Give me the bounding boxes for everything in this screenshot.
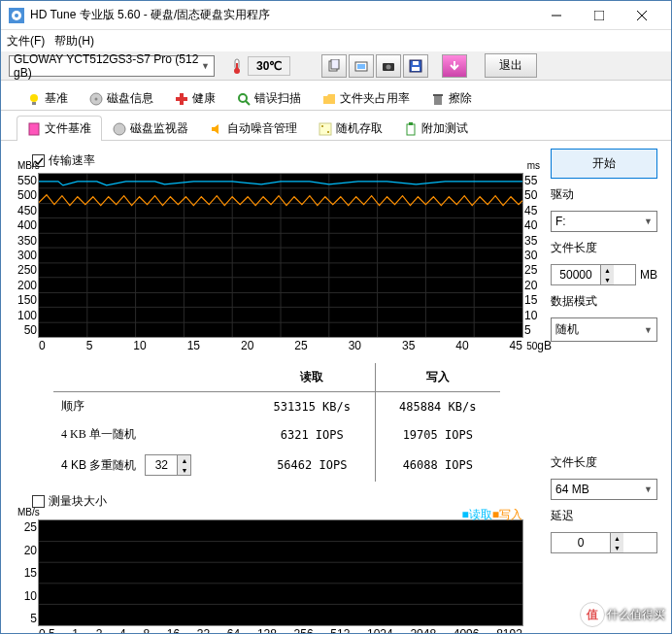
- block-size-chart: MB/s ■读取■写入 252015105 0.5124816326412825…: [38, 519, 523, 626]
- y-unit-right: ms: [527, 160, 540, 171]
- tab-errorscan[interactable]: 错误扫描: [226, 85, 312, 111]
- transfer-rate-chart: MB/s ms 55050045040035030025020015010050…: [38, 173, 523, 338]
- svg-rect-9: [236, 63, 238, 71]
- svg-rect-27: [434, 95, 442, 105]
- tab-benchmark[interactable]: 基准: [17, 85, 79, 111]
- random-icon: [319, 122, 332, 136]
- folder-icon: [322, 92, 336, 106]
- svg-rect-13: [357, 64, 365, 69]
- app-icon: [9, 8, 24, 23]
- table-row: 顺序531315 KB/s485884 KB/s: [53, 392, 500, 421]
- thermometer-icon: [230, 57, 244, 75]
- tab-erase[interactable]: 擦除: [420, 85, 483, 111]
- tab-extra[interactable]: 附加测试: [393, 116, 479, 141]
- file-icon: [27, 122, 41, 136]
- search-icon: [237, 92, 251, 106]
- tab-folder[interactable]: 文件夹占用率: [312, 85, 420, 111]
- file-length-2-select[interactable]: 64 MB▼: [551, 479, 657, 500]
- data-mode-label: 数据模式: [551, 293, 657, 310]
- minimize-button[interactable]: [535, 2, 578, 29]
- col-read: 读取: [250, 363, 375, 392]
- y-unit: MB/s: [17, 160, 40, 171]
- tab-row-top: 基准 磁盘信息 健康 错误扫描 文件夹占用率 擦除: [1, 84, 671, 111]
- svg-rect-18: [413, 61, 419, 65]
- save-button[interactable]: [403, 54, 428, 78]
- close-button[interactable]: [621, 2, 663, 29]
- drive-select-value: GLOWAY YCT512GS3-S7 Pro (512 gB): [14, 52, 201, 80]
- chevron-down-icon: ▼: [644, 484, 653, 494]
- table-row: 4 KB 多重随机 ▲▼ 56462 IOPS46088 IOPS: [53, 449, 500, 482]
- screenshot-button[interactable]: [349, 54, 374, 78]
- svg-rect-17: [412, 67, 420, 71]
- y-unit-2: MB/s: [17, 507, 40, 517]
- svg-point-25: [239, 94, 247, 102]
- side-panel: 开始 驱动 F:▼ 文件长度 ▲▼ MB 数据模式 随机▼ 文件长度 64 MB…: [551, 149, 657, 626]
- start-button[interactable]: 开始: [551, 149, 657, 179]
- data-mode-select[interactable]: 随机▼: [551, 317, 657, 342]
- step-down[interactable]: ▼: [177, 465, 190, 475]
- temperature: 30℃: [230, 56, 290, 76]
- menu-help[interactable]: 帮助(H): [54, 33, 94, 50]
- svg-line-26: [246, 101, 250, 105]
- svg-rect-35: [409, 122, 413, 125]
- tab-monitor[interactable]: 磁盘监视器: [102, 116, 199, 141]
- svg-point-22: [95, 97, 98, 100]
- watermark-icon: 值: [580, 602, 605, 627]
- file-length-stepper[interactable]: ▲▼: [551, 264, 636, 285]
- delay-stepper[interactable]: ▲▼: [551, 532, 657, 553]
- titlebar: HD Tune 专业版 5.60 - 硬盘/固态硬盘实用程序: [1, 1, 671, 30]
- exit-button[interactable]: 退出: [485, 53, 537, 78]
- window-title: HD Tune 专业版 5.60 - 硬盘/固态硬盘实用程序: [30, 7, 535, 23]
- svg-point-2: [15, 14, 18, 17]
- svg-rect-31: [319, 123, 331, 135]
- table-row: 4 KB 单一随机6321 IOPS19705 IOPS: [53, 420, 500, 449]
- copy-button[interactable]: [321, 54, 347, 78]
- disk-icon: [89, 92, 103, 106]
- tab-health[interactable]: 健康: [164, 85, 226, 111]
- svg-point-33: [327, 131, 329, 133]
- svg-rect-29: [29, 123, 39, 135]
- chevron-down-icon: ▼: [644, 325, 653, 335]
- tab-info[interactable]: 磁盘信息: [79, 85, 164, 111]
- tab-file-benchmark[interactable]: 文件基准: [17, 116, 102, 141]
- clipboard-icon: [404, 122, 418, 136]
- tab-row-bottom: 文件基准 磁盘监视器 自动噪音管理 随机存取 附加测试: [1, 115, 671, 141]
- monitor-icon: [113, 122, 126, 136]
- file-length-2-label: 文件长度: [551, 454, 657, 471]
- svg-rect-34: [407, 124, 415, 135]
- drive-letter-select[interactable]: F:▼: [551, 211, 657, 232]
- temperature-value: 30℃: [248, 56, 290, 76]
- maximize-button[interactable]: [578, 2, 621, 29]
- erase-icon: [431, 92, 445, 106]
- step-up[interactable]: ▲: [177, 455, 190, 465]
- svg-rect-11: [331, 59, 339, 69]
- drive-select[interactable]: GLOWAY YCT512GS3-S7 Pro (512 gB) ▼: [9, 55, 215, 77]
- multi-value[interactable]: [146, 456, 177, 474]
- camera-button[interactable]: [376, 54, 401, 78]
- toolbar: GLOWAY YCT512GS3-S7 Pro (512 gB) ▼ 30℃ 退…: [1, 51, 671, 81]
- menubar: 文件(F) 帮助(H): [1, 30, 671, 51]
- svg-rect-4: [594, 11, 604, 20]
- svg-rect-28: [433, 94, 443, 96]
- menu-file[interactable]: 文件(F): [7, 33, 45, 50]
- download-button[interactable]: [442, 54, 467, 78]
- tab-random[interactable]: 随机存取: [308, 116, 393, 141]
- chevron-down-icon: ▼: [201, 61, 210, 71]
- checkbox-transfer-rate[interactable]: 传输速率: [32, 152, 541, 169]
- svg-rect-24: [176, 97, 187, 101]
- svg-point-15: [386, 64, 391, 69]
- chevron-down-icon: ▼: [644, 217, 653, 226]
- file-length-label: 文件长度: [551, 240, 657, 256]
- delay-label: 延迟: [551, 508, 657, 524]
- tab-aam[interactable]: 自动噪音管理: [199, 116, 308, 141]
- content: 传输速率 MB/s ms 550500450400350300250200150…: [1, 141, 671, 634]
- multi-random-stepper[interactable]: ▲▼: [145, 454, 191, 476]
- svg-point-32: [321, 125, 323, 127]
- col-write: 写入: [375, 363, 500, 392]
- speaker-icon: [210, 122, 223, 136]
- svg-point-19: [30, 94, 38, 102]
- bulb-icon: [27, 92, 41, 106]
- drive-label: 驱动: [551, 186, 657, 203]
- svg-rect-20: [32, 102, 36, 105]
- x-unit: 50gB: [526, 339, 552, 352]
